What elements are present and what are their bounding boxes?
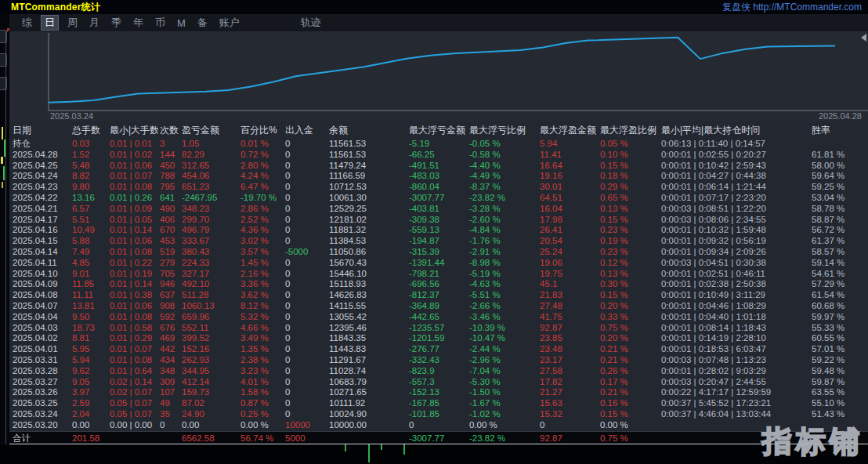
table-cell: 20.54 bbox=[538, 236, 599, 247]
table-cell: 0:00:01 | 0:28:02 | 9:03:29 bbox=[660, 366, 810, 377]
table-cell: 56.74 % bbox=[239, 432, 284, 444]
table-cell: -4.84 % bbox=[468, 225, 538, 236]
table-cell: 0.01 | 0.08 bbox=[108, 182, 158, 193]
table-cell: 0:00:03 | 0:08:06 | 2:34:55 bbox=[660, 215, 810, 226]
table-cell: 0.01 | 0.06 bbox=[108, 301, 158, 312]
table-cell: 15118.93 bbox=[327, 279, 407, 290]
site-link[interactable]: 复盘侠 http://MTCommander.com bbox=[722, 1, 862, 14]
table-cell: -5.30 % bbox=[468, 377, 538, 388]
table-cell: 15.32 bbox=[538, 409, 599, 420]
table-row: 2025.04.239.800.01 | 0.08795651.236.47 %… bbox=[9, 182, 868, 193]
table-cell: 0:00:03 | 0:04:51 | 0:30:38 bbox=[660, 258, 810, 269]
table-cell: 511.28 bbox=[180, 290, 239, 301]
table-cell: 434 bbox=[158, 355, 180, 366]
table-cell: 0:00:01 | 0:18:53 | 6:03:47 bbox=[660, 344, 810, 355]
menu-item[interactable]: 账户 bbox=[216, 15, 243, 31]
table-cell: 0:00:01 | 0:09:32 | 0:56:19 bbox=[660, 236, 810, 247]
menu-item[interactable]: 月 bbox=[86, 15, 103, 31]
table-cell: 49 bbox=[158, 398, 180, 409]
table-cell: 12529.25 bbox=[327, 204, 407, 215]
table-cell: 0.12 % bbox=[599, 258, 660, 269]
table-cell: 17.82 bbox=[538, 377, 599, 388]
table-cell: 0.21 % bbox=[599, 387, 660, 398]
table-header: 日期总手数最小|大手数次数盈亏金额百分比%出入金余额最大浮亏金额最大浮亏比例最大… bbox=[9, 121, 868, 139]
menu-item[interactable]: 综 bbox=[19, 15, 35, 31]
table-cell bbox=[810, 139, 868, 150]
table-cell: 0.00 bbox=[180, 420, 239, 431]
volume-tick bbox=[368, 444, 370, 462]
table-cell: 2025.03.31 bbox=[9, 355, 71, 366]
table-cell: 0 bbox=[284, 398, 327, 409]
table-cell: 4.66 % bbox=[239, 323, 284, 334]
table-cell: 4.85 bbox=[71, 258, 108, 269]
table-cell: 2025.04.17 bbox=[9, 215, 71, 226]
table-cell: 92.87 bbox=[538, 323, 599, 334]
table-cell: 5.88 bbox=[71, 236, 108, 247]
table-cell: 13.81 bbox=[71, 301, 108, 312]
table-cell bbox=[158, 432, 180, 444]
table-cell: 59.97 % bbox=[810, 312, 868, 323]
table-cell: 0.01 | 0.26 bbox=[108, 193, 158, 204]
table-cell: 152.16 bbox=[180, 344, 239, 355]
table-cell: 0.01 | 0.07 bbox=[108, 171, 158, 182]
header-cell: 次数 bbox=[158, 121, 180, 139]
table-cell: 3 bbox=[158, 139, 180, 150]
table-cell: 17.98 bbox=[538, 215, 599, 226]
table-cell: 10000 bbox=[284, 420, 327, 431]
table-cell: 7.49 bbox=[71, 247, 108, 258]
table-cell: 59.87 % bbox=[810, 377, 868, 388]
table-cell: 3.23 % bbox=[239, 366, 284, 377]
table-cell: -559.13 bbox=[407, 225, 468, 236]
menu-item[interactable]: 周 bbox=[64, 15, 81, 31]
table-cell: 2025.04.16 bbox=[9, 225, 71, 236]
table-cell: 0.01 | 0.06 bbox=[108, 161, 158, 172]
table-cell: 344.95 bbox=[180, 366, 239, 377]
table-cell: 1060.13 bbox=[180, 301, 239, 312]
table-cell: 496.79 bbox=[180, 225, 239, 236]
table-cell: 908 bbox=[158, 301, 180, 312]
table-row: 2025.04.109.010.01 | 0.19705327.172.16 %… bbox=[9, 269, 868, 280]
scroll-left-arrow-icon[interactable] bbox=[861, 34, 866, 42]
table-row: 2025.03.289.620.01 | 0.64348344.953.23 %… bbox=[9, 366, 868, 377]
header-cell: 日期 bbox=[9, 121, 71, 139]
table-cell: 348 bbox=[158, 366, 180, 377]
table-cell: 0.75 % bbox=[599, 323, 660, 334]
table-row: 2025.04.1610.490.01 | 0.14670496.794.36 … bbox=[9, 225, 868, 236]
menu-item[interactable]: 日 bbox=[41, 15, 59, 31]
menu-item[interactable]: 币 bbox=[152, 15, 168, 31]
table-cell: 454.06 bbox=[180, 171, 239, 182]
menu-item[interactable]: 备 bbox=[194, 15, 211, 31]
table-cell: 0 bbox=[284, 204, 327, 215]
table-cell: -315.39 bbox=[407, 247, 468, 258]
table-cell: 10271.65 bbox=[327, 387, 407, 398]
table-cell: -364.89 bbox=[407, 301, 468, 312]
table-cell: 3.97 bbox=[71, 387, 108, 398]
menu-item[interactable]: 轨迹 bbox=[298, 15, 324, 31]
table-cell: 2.16 % bbox=[239, 269, 284, 280]
table-cell: 1.45 % bbox=[239, 258, 284, 269]
table-cell: 0:06:13 | 0:11:40 | 0:14:57 bbox=[660, 139, 810, 150]
table-cell: 15.63 bbox=[538, 398, 599, 409]
table-cell: 0:00:03 | 0:20:47 | 2:44:55 bbox=[660, 377, 810, 388]
table-cell: 2025.03.27 bbox=[9, 377, 71, 388]
candle-fragment-icon bbox=[2, 182, 3, 188]
table-cell: 0.01 | 0.64 bbox=[108, 366, 158, 377]
table-cell: 0 bbox=[284, 161, 327, 172]
menu-item[interactable]: 年 bbox=[130, 15, 146, 31]
table-cell: -10.47 % bbox=[468, 333, 538, 344]
table-row: 2025.04.0911.850.01 | 0.14946492.103.36 … bbox=[9, 279, 868, 290]
table-cell bbox=[327, 432, 407, 444]
table-cell: 490 bbox=[158, 204, 180, 215]
equity-curve-line bbox=[49, 38, 835, 103]
table-cell: 0.00 bbox=[71, 420, 108, 431]
table-cell: 0 bbox=[407, 420, 468, 431]
table-cell: 2.52 % bbox=[239, 215, 284, 226]
table-cell: 4.01 % bbox=[239, 377, 284, 388]
menu-item[interactable]: 季 bbox=[108, 15, 125, 31]
menu-item[interactable]: M bbox=[174, 16, 189, 30]
table-cell: 309 bbox=[158, 377, 180, 388]
chart-panel: 2025.03.24 2025.04.28 bbox=[9, 31, 868, 121]
table-cell: 54.61 % bbox=[810, 269, 868, 280]
table-cell: 0.72 % bbox=[239, 150, 284, 161]
table-cell: 61.81 % bbox=[810, 150, 868, 161]
